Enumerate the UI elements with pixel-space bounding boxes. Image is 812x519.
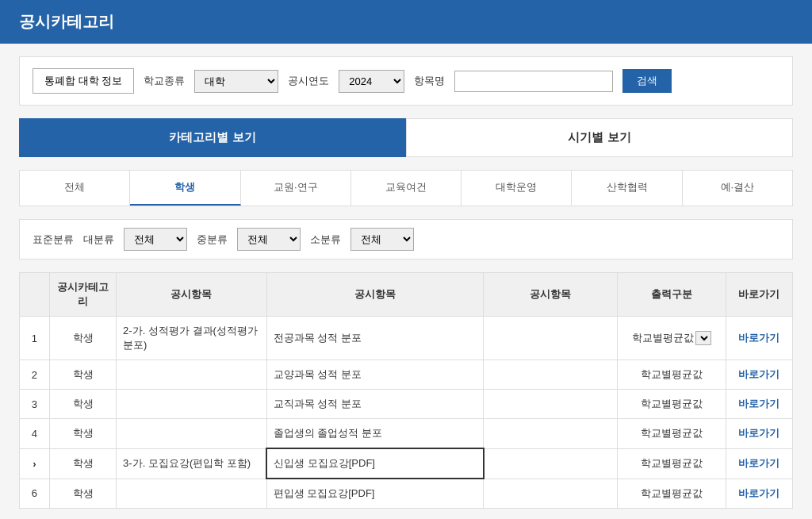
major-class-select[interactable]: 전체 bbox=[124, 228, 187, 251]
category-cell: 학생 bbox=[49, 360, 116, 390]
link-cell[interactable]: 바로가기 bbox=[726, 419, 792, 449]
link-cell[interactable]: 바로가기 bbox=[726, 479, 792, 509]
link-cell[interactable]: 바로가기 bbox=[726, 390, 792, 419]
item-name-input[interactable] bbox=[454, 71, 613, 92]
search-bar: 통폐합 대학 정보 학교종류 대학 전문대학 대학원 공시연도 2024 202… bbox=[19, 56, 793, 106]
row-number: 3 bbox=[20, 390, 50, 419]
announcement-cell bbox=[117, 360, 267, 390]
item-cell: 편입생 모집요강[PDF] bbox=[266, 479, 484, 509]
table-row: ›학생3-가. 모집요강(편입학 포함)신입생 모집요강[PDF]학교별평균값바… bbox=[20, 448, 793, 479]
data-table: 공시카테고리 공시항목 공시항목 공시항목 출력구분 바로가기 1학생2-가. … bbox=[19, 272, 793, 509]
school-type-select[interactable]: 대학 전문대학 대학원 bbox=[194, 70, 278, 93]
output-cell: 학교별평균값▼ bbox=[617, 317, 726, 360]
tab-category-view[interactable]: 카테고리별 보기 bbox=[19, 118, 406, 157]
item2-cell bbox=[484, 390, 617, 419]
table-row: 6학생편입생 모집요강[PDF]학교별평균값바로가기 bbox=[20, 479, 793, 509]
sub-class-label: 소분류 bbox=[310, 233, 341, 247]
col-output: 출력구분 bbox=[617, 273, 726, 317]
year-label: 공시연도 bbox=[288, 74, 329, 88]
view-tabs: 카테고리별 보기 시기별 보기 bbox=[19, 118, 793, 157]
link-cell[interactable]: 바로가기 bbox=[726, 360, 792, 390]
school-type-label: 학교종류 bbox=[144, 74, 185, 88]
announcement-cell bbox=[117, 390, 267, 419]
item2-cell bbox=[484, 448, 617, 479]
row-number: › bbox=[20, 448, 50, 479]
link-cell[interactable]: 바로가기 bbox=[726, 448, 792, 479]
expand-icon[interactable]: › bbox=[33, 458, 36, 470]
item-cell: 교직과목 성적 분포 bbox=[266, 390, 484, 419]
col-item: 공시항목 bbox=[266, 273, 484, 317]
output-cell: 학교별평균값 bbox=[617, 419, 726, 449]
announcement-cell: 2-가. 성적평가 결과(성적평가 분포) bbox=[117, 317, 267, 360]
output-cell: 학교별평균값 bbox=[617, 479, 726, 509]
cat-tab-management[interactable]: 대학운영 bbox=[462, 171, 572, 206]
row-number: 6 bbox=[20, 479, 50, 509]
goto-link[interactable]: 바로가기 bbox=[738, 398, 779, 409]
col-category: 공시카테고리 bbox=[49, 273, 116, 317]
output-select[interactable]: ▼ bbox=[695, 331, 711, 345]
item-cell: 신입생 모집요강[PDF] bbox=[266, 448, 484, 479]
year-select[interactable]: 2024 2023 2022 bbox=[339, 70, 404, 93]
col-announcement: 공시항목 bbox=[117, 273, 267, 317]
announcement-cell bbox=[117, 479, 267, 509]
category-cell: 학생 bbox=[49, 390, 116, 419]
mid-class-select[interactable]: 전체 bbox=[237, 228, 301, 251]
col-num bbox=[20, 273, 50, 317]
table-row: 2학생교양과목 성적 분포학교별평균값바로가기 bbox=[20, 360, 793, 390]
goto-link[interactable]: 바로가기 bbox=[738, 457, 779, 469]
item-cell: 졸업생의 졸업성적 분포 bbox=[266, 419, 484, 449]
sub-class-select[interactable]: 전체 bbox=[350, 228, 414, 251]
category-cell: 학생 bbox=[49, 419, 116, 449]
goto-link[interactable]: 바로가기 bbox=[738, 368, 779, 380]
goto-link[interactable]: 바로가기 bbox=[738, 487, 779, 499]
search-button[interactable]: 검색 bbox=[622, 69, 672, 93]
tab-period-view[interactable]: 시기별 보기 bbox=[406, 118, 793, 157]
link-cell[interactable]: 바로가기 bbox=[726, 317, 792, 360]
cat-tab-faculty[interactable]: 교원·연구 bbox=[241, 171, 351, 206]
cat-tab-budget[interactable]: 예·결산 bbox=[683, 171, 792, 206]
page-title: 공시카테고리 bbox=[19, 11, 793, 33]
output-cell: 학교별평균값 bbox=[617, 390, 726, 419]
item2-cell bbox=[484, 360, 617, 390]
output-cell: 학교별평균값 bbox=[617, 360, 726, 390]
mid-class-label: 중분류 bbox=[197, 233, 228, 247]
col-item2: 공시항목 bbox=[484, 273, 617, 317]
cat-tab-student[interactable]: 학생 bbox=[130, 171, 240, 206]
output-select-wrap: 학교별평균값▼ bbox=[624, 331, 719, 345]
output-value: 학교별평균값 bbox=[632, 331, 694, 345]
cat-tab-education[interactable]: 교육여건 bbox=[351, 171, 462, 206]
announcement-cell bbox=[117, 419, 267, 449]
item2-cell bbox=[484, 419, 617, 449]
table-row: 3학생교직과목 성적 분포학교별평균값바로가기 bbox=[20, 390, 793, 419]
item2-cell bbox=[484, 317, 617, 360]
category-cell: 학생 bbox=[49, 479, 116, 509]
cat-tab-industry[interactable]: 산학협력 bbox=[572, 171, 682, 206]
category-tabs: 전체 학생 교원·연구 교육여건 대학운영 산학협력 예·결산 bbox=[19, 170, 793, 206]
integrated-info-button[interactable]: 통폐합 대학 정보 bbox=[33, 68, 134, 94]
header-bar: 공시카테고리 bbox=[0, 0, 812, 44]
row-number: 4 bbox=[20, 419, 50, 449]
row-number: 2 bbox=[20, 360, 50, 390]
goto-link[interactable]: 바로가기 bbox=[738, 332, 779, 344]
item-cell: 전공과목 성적 분포 bbox=[266, 317, 484, 360]
table-row: 4학생졸업생의 졸업성적 분포학교별평균값바로가기 bbox=[20, 419, 793, 449]
cat-tab-all[interactable]: 전체 bbox=[20, 171, 130, 206]
classification-filter: 표준분류 대분류 전체 중분류 전체 소분류 전체 bbox=[19, 219, 793, 260]
category-cell: 학생 bbox=[49, 317, 116, 360]
item-name-label: 항목명 bbox=[414, 74, 445, 88]
item2-cell bbox=[484, 479, 617, 509]
row-number: 1 bbox=[20, 317, 50, 360]
announcement-cell: 3-가. 모집요강(편입학 포함) bbox=[117, 448, 267, 479]
category-cell: 학생 bbox=[49, 448, 116, 479]
table-row: 1학생2-가. 성적평가 결과(성적평가 분포)전공과목 성적 분포학교별평균값… bbox=[20, 317, 793, 360]
goto-link[interactable]: 바로가기 bbox=[738, 427, 779, 439]
output-cell: 학교별평균값 bbox=[617, 448, 726, 479]
item-cell: 교양과목 성적 분포 bbox=[266, 360, 484, 390]
major-class-label: 대분류 bbox=[83, 233, 114, 247]
standard-class-label: 표준분류 bbox=[33, 233, 74, 247]
col-link: 바로가기 bbox=[726, 273, 792, 317]
